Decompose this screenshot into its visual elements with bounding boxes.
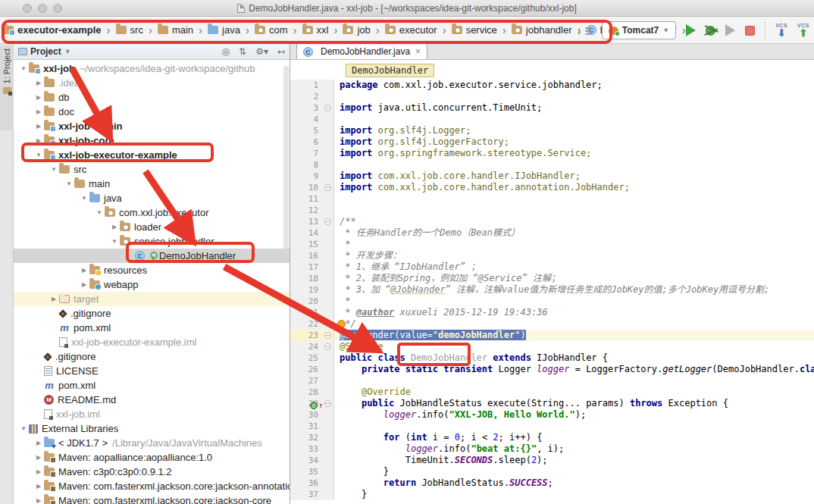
tree-row-xxl-job-iml[interactable]: xxl-job.iml <box>14 407 290 421</box>
tree-row-java[interactable]: ▼java <box>14 191 290 205</box>
code-line-36[interactable]: 36 return JobHandleStatus.SUCCESS; <box>290 477 814 489</box>
line-number[interactable]: 32 <box>290 432 334 443</box>
line-number[interactable]: 24− <box>290 341 334 352</box>
tree-closed-arrow-icon[interactable]: ▶ <box>33 119 44 133</box>
code-line-10[interactable]: 10−import com.xxl.job.core.handler.annot… <box>290 182 814 193</box>
code-line-21[interactable]: 21 * @author xuxueli 2015-12-19 19:43:36 <box>290 307 814 318</box>
line-number[interactable]: 28 <box>290 387 334 398</box>
line-number[interactable]: 9 <box>290 171 334 182</box>
tree-row-readme-md[interactable]: MREADME.md <box>14 393 290 407</box>
code-line-31[interactable]: 31 <box>290 421 814 432</box>
line-number[interactable]: 11 <box>290 193 334 205</box>
tree-row-main[interactable]: ▼main <box>14 177 290 191</box>
code-line-20[interactable]: 20 * <box>290 296 814 307</box>
fold-icon[interactable]: − <box>324 105 331 111</box>
collapse-panel-button[interactable]: ↤ <box>277 46 285 57</box>
code-line-5[interactable]: 5import org.slf4j.Logger; <box>290 125 814 136</box>
tree-open-arrow-icon[interactable]: ▼ <box>49 162 59 177</box>
crumb-src[interactable]: src <box>116 24 143 36</box>
close-tab-icon[interactable]: × <box>415 46 421 57</box>
line-number[interactable]: 15 <box>290 239 334 250</box>
code-line-26[interactable]: 26 private static transient Logger logge… <box>290 364 814 375</box>
line-number[interactable]: 20 <box>290 296 334 307</box>
line-number[interactable]: 37 <box>290 489 334 500</box>
line-number[interactable]: 3− <box>290 102 334 114</box>
crumb-service[interactable]: service <box>452 24 497 36</box>
tree-closed-arrow-icon[interactable]: ▶ <box>79 277 89 292</box>
run-configuration-select[interactable]: Tomcat7 ▼ <box>602 21 676 39</box>
grid-icon[interactable] <box>585 26 592 35</box>
code-line-34[interactable]: 34 TimeUnit.SECONDS.sleep(2); <box>290 455 814 466</box>
line-number[interactable]: 17 <box>290 261 334 273</box>
code-line-2[interactable]: 2 <box>290 91 814 102</box>
line-number[interactable]: 12 <box>290 205 334 216</box>
code-line-16[interactable]: 16 * 开发步骤： <box>290 250 814 261</box>
line-number[interactable]: 36 <box>290 477 334 489</box>
line-number[interactable]: 18 <box>290 273 334 284</box>
tree-closed-arrow-icon[interactable]: ▶ <box>79 263 89 277</box>
tree-open-arrow-icon[interactable]: ▼ <box>18 61 29 76</box>
intention-bulb-icon[interactable] <box>337 320 346 328</box>
code-line-12[interactable]: 12 <box>290 205 814 216</box>
minimize-window-button[interactable] <box>38 4 47 13</box>
tree-open-arrow-icon[interactable]: ▼ <box>64 177 74 191</box>
tree-row-loader[interactable]: ▶loader <box>14 220 290 234</box>
line-number[interactable]: 35 <box>290 466 334 477</box>
tree-row-db[interactable]: ▶db <box>14 90 290 105</box>
code-line-37[interactable]: 37 } <box>290 489 814 500</box>
code-line-23[interactable]: 23−@JobHander(value="demoJobHandler") <box>290 330 814 341</box>
debug-button[interactable] <box>706 26 715 36</box>
code-line-3[interactable]: 3−import java.util.concurrent.TimeUnit; <box>290 102 814 114</box>
code-line-32[interactable]: 32 for (int i = 0; i < 2; i++) { <box>290 432 814 443</box>
code-line-33[interactable]: 33 logger.info("beat at:{}", i); <box>290 443 814 455</box>
tree-open-arrow-icon[interactable]: ▼ <box>109 234 120 249</box>
tree-row-xxl-job-admin[interactable]: ▶xxl-job-admin <box>14 119 290 133</box>
tree-row-service-jobhandler[interactable]: ▼service.jobhandler <box>14 234 290 249</box>
tree-closed-arrow-icon[interactable]: ▶ <box>33 465 44 479</box>
line-number[interactable]: 2 <box>290 91 334 102</box>
tree-closed-arrow-icon[interactable]: ▶ <box>33 436 44 450</box>
fold-icon[interactable]: − <box>324 218 331 225</box>
line-number[interactable]: 22 <box>290 318 334 330</box>
tree-row-external-libraries[interactable]: ▼External Libraries <box>14 421 290 436</box>
fold-icon[interactable]: − <box>324 332 331 339</box>
crumb-job[interactable]: job <box>343 24 370 36</box>
line-number[interactable]: 13− <box>290 216 334 227</box>
tree-scrollbar[interactable] <box>283 66 289 255</box>
code-line-17[interactable]: 17 * 1、继承 “IJobHandler” ； <box>290 261 814 273</box>
tree-closed-arrow-icon[interactable]: ▶ <box>33 105 44 119</box>
tree-closed-arrow-icon[interactable]: ▶ <box>33 479 44 493</box>
code-area[interactable]: 1package com.xxl.job.executor.service.jo… <box>290 80 814 504</box>
stop-button[interactable] <box>745 26 755 36</box>
tree-row-src[interactable]: ▼src <box>14 162 290 177</box>
tree-row-xxl-job-executor-example-iml[interactable]: xxl-job-executor-example.iml <box>14 335 290 349</box>
line-number[interactable]: 10− <box>290 182 334 193</box>
line-number[interactable]: 6 <box>290 136 334 148</box>
tree-row-pom-xml[interactable]: mpom.xml <box>14 321 290 335</box>
tree-closed-arrow-icon[interactable]: ▶ <box>49 292 59 306</box>
run-button[interactable] <box>686 24 696 36</box>
line-number[interactable]: 16 <box>290 250 334 261</box>
crumb-xxl[interactable]: xxl <box>302 24 329 36</box>
tree-row-com-xxl-job-executor[interactable]: ▼com.xxl.job.executor <box>14 205 290 220</box>
line-number[interactable]: 21 <box>290 307 334 318</box>
project-tool-window-button[interactable]: 1: Project <box>0 45 14 130</box>
tree-row-maven-aopalliance-aopalliance-1-0[interactable]: ▶Maven: aopalliance:aopalliance:1.0 <box>14 450 290 465</box>
code-line-18[interactable]: 18 * 2、装配到Spring，例如加 “@Service” 注解； <box>290 273 814 284</box>
code-line-29[interactable]: 29−o↑ public JobHandleStatus execute(Str… <box>290 398 814 409</box>
line-number[interactable]: 8 <box>290 159 334 171</box>
tree-closed-arrow-icon[interactable]: ▶ <box>109 220 120 234</box>
line-number[interactable]: 19 <box>290 284 334 296</box>
navigate-down-icon[interactable]: ↓ <box>577 24 582 36</box>
line-number[interactable]: 31 <box>290 421 334 432</box>
project-view-selector[interactable]: Project ▼ <box>18 46 71 57</box>
code-line-15[interactable]: 15 * <box>290 239 814 250</box>
code-line-9[interactable]: 9import com.xxl.job.core.handler.IJobHan… <box>290 171 814 182</box>
line-number[interactable]: 23− <box>290 330 334 341</box>
crumb-com[interactable]: com <box>255 24 288 36</box>
code-line-30[interactable]: 30 logger.info("XXL-JOB, Hello World."); <box>290 409 814 421</box>
tree-row-demojobhandler[interactable]: CDemoJobHandler <box>14 249 290 263</box>
code-line-4[interactable]: 4 <box>290 114 814 125</box>
vcs-commit-button[interactable]: VCS⬆ <box>797 23 809 38</box>
line-number[interactable]: 5 <box>290 125 334 136</box>
